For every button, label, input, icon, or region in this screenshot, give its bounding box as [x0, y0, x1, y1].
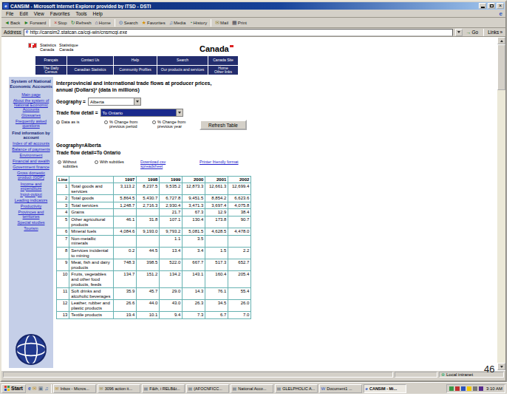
outlook-icon[interactable]: ✉ [33, 386, 37, 391]
line-number: 7 [57, 235, 69, 247]
sidebar-item-special-studies[interactable]: Special studies [10, 220, 52, 225]
tray-icon-5[interactable] [473, 386, 477, 391]
menu-file[interactable]: File [3, 11, 16, 16]
nav-community-profiles[interactable]: Community Profiles [114, 66, 157, 75]
sidebar-item-provinces-and-territories[interactable]: Provinces and territories [10, 210, 52, 219]
subtitle-option-without-subtitles[interactable]: Without subtitles [58, 160, 89, 168]
sidebar-item-index-of-all-accounts[interactable]: Index of all accounts [10, 141, 52, 146]
sidebar-item-environment[interactable]: Environment [10, 153, 52, 157]
nav-the-daily[interactable]: The Daily Census [35, 66, 66, 75]
table-row: 2Total goods5,864.55,430.76,727.89,451.5… [57, 195, 251, 202]
task-glelpholic-a[interactable]: ▤GLELPHOLIC A... [275, 384, 318, 393]
sidebar-item-productivity[interactable]: Productivity [10, 204, 52, 208]
toolbar-favorites-button[interactable]: ★Favorites [140, 19, 167, 26]
task-cansim-mi[interactable]: eCANSIM - Mi... [364, 384, 406, 393]
scrollbar-thumb[interactable] [497, 44, 505, 90]
menu-tools[interactable]: Tools [72, 11, 89, 16]
nav-our-products-and-services[interactable]: Our products and services [157, 66, 208, 75]
sidebar-item-about-the-system-of-national-eco[interactable]: About the system of National Economic Ac… [10, 98, 52, 112]
toolbar-stop-button[interactable]: ×Stop [52, 19, 68, 26]
toolbar-home-button[interactable]: ⌂Home [94, 19, 112, 26]
sidebar-item-tourism[interactable]: Tourism [10, 226, 52, 231]
sidebar-item-financial-and-wealth[interactable]: Financial and wealth [10, 159, 52, 163]
close-button[interactable] [497, 3, 504, 9]
sidebar-item-main-page[interactable]: Main page [10, 92, 52, 97]
display-option-data-as-is[interactable]: Data as is [56, 120, 99, 129]
scroll-up-button[interactable] [497, 37, 505, 44]
menu-favorites[interactable]: Favorites [47, 11, 73, 16]
task-national-acco[interactable]: ▤National Acco... [231, 384, 273, 393]
menu-view[interactable]: View [31, 11, 47, 16]
nav-fran-ais[interactable]: Français [35, 56, 66, 65]
sidebar-item-income-and-expenditure[interactable]: Income and expenditure [10, 182, 52, 191]
sidebar-item-find-information-by-account[interactable]: Find information by account [10, 131, 52, 140]
toolbar-refresh-button[interactable]: ↻Refresh [69, 19, 93, 26]
address-dropdown-button[interactable] [455, 29, 463, 36]
sidebar-item-glossaries[interactable]: Glossaries [10, 113, 52, 117]
tray-icon-2[interactable] [455, 386, 460, 391]
media-player-icon[interactable]: ♫ [44, 386, 48, 391]
toolbar-forward-button[interactable]: ►Forward [22, 19, 47, 26]
trade-flow-select[interactable]: To Ontario [100, 109, 183, 117]
minimize-button[interactable] [479, 3, 486, 9]
tray-icon-3[interactable] [461, 386, 466, 391]
menu-edit[interactable]: Edit [16, 11, 30, 16]
nav-search[interactable]: Search [157, 56, 208, 65]
subtitle-option-with-subtitles[interactable]: With subtitles [95, 160, 126, 168]
toolbar-search-button[interactable]: ⊙Search [117, 19, 140, 26]
menu-help[interactable]: Help [90, 11, 106, 16]
radio-button[interactable] [58, 160, 61, 164]
geography-select[interactable]: Alberta [88, 98, 141, 106]
radio-button[interactable] [95, 160, 98, 164]
sidebar-item-balance-of-payments[interactable]: Balance of payments [10, 147, 52, 151]
nav-contact-us[interactable]: Contact Us [67, 56, 113, 65]
radio-button[interactable] [56, 120, 60, 124]
toolbar-media-button[interactable]: ♫Media [168, 19, 188, 26]
sidebar-item-government-finance[interactable]: Government finance [10, 165, 52, 169]
display-option-change-from-previous-period[interactable]: % Change from previous period [104, 120, 147, 129]
task-3096-action-it[interactable]: ✉3096 action it... [98, 384, 140, 393]
task-document1[interactable]: WDocument1 ... [319, 384, 362, 393]
start-button[interactable]: Start [1, 384, 26, 393]
links-menu[interactable]: Links » [488, 30, 503, 35]
tray-icon-1[interactable] [449, 386, 454, 391]
ie-icon[interactable]: e [28, 386, 31, 391]
cell-value: 5,081.5 [183, 228, 205, 236]
link-download-csv-spreadsheet[interactable]: Download csv spreadsheet [140, 160, 189, 169]
task-afocnficc[interactable]: ▤(AFOCNFICC... [186, 384, 229, 393]
task-f-th-i-relb-t[interactable]: ▤F&th, i RELB&t... [142, 384, 185, 393]
tray-icon-6[interactable] [479, 386, 483, 391]
go-button[interactable]: → Go [465, 30, 480, 35]
year-column-header: 2000 [183, 177, 205, 183]
sidebar-item-gross-domestic-product-gdp[interactable]: Gross domestic product (GDP) [10, 171, 52, 180]
cell-value: 3,113.2 [114, 183, 137, 195]
show-desktop-icon[interactable]: ▣ [38, 386, 44, 391]
toolbar-print-button[interactable]: ▦Print [231, 19, 248, 26]
sidebar-item-input-output[interactable]: Input-output [10, 192, 52, 197]
link-printer-friendly-format[interactable]: Printer friendly format [200, 160, 248, 169]
task-inbox-micros[interactable]: ✉Inbox - Micros... [53, 384, 96, 393]
sidebar-item-leading-indicators[interactable]: Leading indicators [10, 198, 52, 202]
toolbar-mail-button[interactable]: ✉Mail [214, 19, 230, 26]
table-row: 1Total goods and services3,113.28,237.59… [57, 183, 251, 195]
scroll-down-button[interactable] [497, 363, 505, 370]
nav-home[interactable]: Home Other links [208, 66, 238, 75]
nav-help[interactable]: Help [114, 56, 157, 65]
chevron-down-icon[interactable] [176, 109, 183, 116]
chevron-down-icon[interactable] [134, 98, 140, 105]
display-options: Data as is% Change from previous period%… [56, 120, 197, 129]
radio-button[interactable] [104, 120, 108, 124]
nav-canada-site[interactable]: Canada Site [208, 56, 238, 65]
toolbar-back-button[interactable]: ◄Back [3, 19, 21, 26]
maximize-button[interactable] [488, 3, 495, 9]
nav-canadian-statistics[interactable]: Canadian Statistics [67, 66, 113, 75]
radio-button[interactable] [152, 120, 156, 124]
toolbar-history-button[interactable]: ◔History [188, 19, 208, 26]
display-option-change-from-previous-year[interactable]: % Change from previous year [152, 120, 195, 129]
titlebar[interactable]: e CANSIM - Microsoft Internet Explorer p… [2, 2, 505, 10]
tray-icon-4[interactable] [467, 386, 471, 391]
address-input[interactable]: e http://cansim2.statcan.ca/cgi-win/cnsm… [24, 29, 453, 36]
vertical-scrollbar[interactable] [497, 37, 505, 370]
sidebar-item-frequently-asked-questions[interactable]: Frequently asked questions [10, 119, 52, 128]
refresh-table-button[interactable]: Refresh Table [200, 120, 247, 130]
